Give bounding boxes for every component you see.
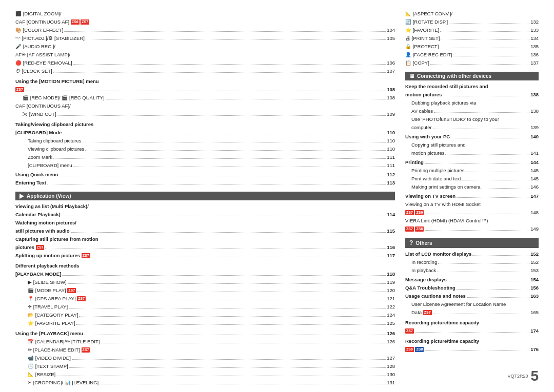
line-video-divide: 📹 [VIDEO DIVIDE] 127 xyxy=(15,355,395,362)
line-using-playback-menu: Using the [PLAYBACK] menu 126 xyxy=(15,330,395,337)
tag-zs7-data: ZS7 xyxy=(423,310,432,315)
line-user-license: User License Agreement for Location Name xyxy=(405,301,539,308)
line-text-stamp: 🕒 [TEXT STAMP] 128 xyxy=(15,363,395,370)
line-mode-play: 🎬 [MODE PLAY] ZS7 120 xyxy=(15,287,395,294)
line-continuous-af: CAF [CONTINUOUS AF] ZS6 ZS7 xyxy=(15,18,395,26)
line-wind-cut: 🌬 [WIND CUT] 109 xyxy=(15,111,395,118)
tag-zs6-148: ZS6 xyxy=(415,210,424,215)
others-section-header: ? Others xyxy=(405,238,539,248)
line-face-rec-edit: 👤 [FACE REC EDIT] 136 xyxy=(405,51,539,58)
line-printing: Printing 144 xyxy=(405,159,539,166)
line-copy: 📋 [COPY] 137 xyxy=(405,59,539,67)
line-message-displays: Message displays 154 xyxy=(405,276,539,283)
page-number: 5 xyxy=(530,368,539,384)
line-print-settings: Making print settings on camera 146 xyxy=(405,183,539,191)
line-pictures-zs7: pictures ZS7 116 xyxy=(15,244,395,251)
line-in-recording: In recording 152 xyxy=(405,259,539,266)
line-motion-pictures2: motion pictures 141 xyxy=(405,150,539,157)
line-av-cables: AV cables 138 xyxy=(405,108,539,115)
line-zs7-zs6-149: ZS7 ZS6 149 xyxy=(405,225,539,233)
tag-zs6: ZS6 xyxy=(71,19,80,25)
tag-zs7-149: ZS7 xyxy=(405,226,414,232)
line-cropping-leveling: ✂ [CROPPING]/ 📊 [LEVELING] 131 xyxy=(15,379,395,386)
app-view-section-header: Application (View) xyxy=(15,192,395,200)
line-photofunstudio: Use 'PHOTOfunSTUDIO' to copy to your xyxy=(405,116,539,123)
line-zoom-mark: Zoom Mark 111 xyxy=(15,154,395,161)
line-viera-link: VIERA Link (HDMI) (HDAVI Control™) xyxy=(405,217,539,224)
line-quick-menu: Using Quick menu 112 xyxy=(15,171,395,178)
tag-zs7: ZS7 xyxy=(81,19,89,25)
tag-zs7-place: ZS7 xyxy=(82,347,90,353)
line-recording-capacity2: ZS6 ZS8 176 xyxy=(405,346,539,353)
tag-zs7-148: ZS7 xyxy=(405,210,414,215)
motion-picture-header: Using the [MOTION PICTURE] menu xyxy=(15,78,395,85)
line-zs7-zs6-148: ZS7 ZS6 148 xyxy=(405,209,539,216)
left-column: ⬛ [DIGITAL ZOOM]/ CAF [CONTINUOUS AF] ZS… xyxy=(15,10,395,382)
line-print-set: 🖨 [PRINT SET] 134 xyxy=(405,35,539,42)
line-favorite: ⭐ [FAVORITE] 133 xyxy=(405,27,539,34)
line-aspect-conv: 📐 [ASPECT CONV.]/ xyxy=(405,10,539,17)
tag-zs7-121: ZS7 xyxy=(77,296,86,301)
clipboard-sub: [CLIPBOARD] Mode 110 xyxy=(15,129,395,136)
line-recording-capacity1: ZS7 174 xyxy=(405,327,539,335)
app-view-title: Application (View) xyxy=(27,193,71,199)
page-number-area: VQT2R20 5 xyxy=(507,368,539,384)
line-continuous-af2: CAF [CONTINUOUS AF]/ xyxy=(15,102,395,110)
line-in-playback: In playback 153 xyxy=(405,267,539,274)
line-different-playback: Different playback methods xyxy=(15,262,395,270)
line-using-pc: Using with your PC 140 xyxy=(405,133,539,140)
line-recording-capacity2-header: Recording picture/time capacity xyxy=(405,338,539,345)
tag-zs7-174: ZS7 xyxy=(405,328,414,334)
line-playback-mode: [PLAYBACK MODE] 118 xyxy=(15,271,395,278)
line-clipboard-menu: [CLIPBOARD] menu 111 xyxy=(15,162,395,169)
play-icon xyxy=(19,194,24,199)
connecting-title: Connecting with other devices xyxy=(417,73,491,79)
line-color-effect: 🎨 [COLOR EFFECT] 104 xyxy=(15,27,395,34)
line-gps-area: 📍 [GPS AREA PLAY] ZS7 121 xyxy=(15,295,395,302)
line-calendar-title-edit: 📅 [CALENDAR]/✏ [TITLE EDIT] 126 xyxy=(15,338,395,345)
line-dubbing-playback: Dubbing playback pictures via xyxy=(405,99,539,107)
line-capturing-still: Capturing still pictures from motion xyxy=(15,236,395,243)
monitor-icon: 🖥 xyxy=(409,73,414,79)
line-viewing-list: Viewing as list (Multi Playback)/ xyxy=(15,203,395,210)
tag-zs7-117: ZS7 xyxy=(82,253,90,258)
tag-zs7-116: ZS7 xyxy=(36,245,45,250)
line-copying-still: Copying still pictures and xyxy=(405,141,539,149)
line-calendar-playback: Calendar Playback) 114 xyxy=(15,211,395,218)
line-hdmi-socket: Viewing on a TV with HDMI Socket xyxy=(405,201,539,208)
line-still-audio: still pictures with audio 115 xyxy=(15,228,395,235)
line-clock-set: ⏱ [CLOCK SET] 107 xyxy=(15,68,395,75)
tag-zs7-bold: ZS7 xyxy=(15,87,24,92)
line-qa-troubleshooting: Q&A Troubleshooting 156 xyxy=(405,284,539,292)
question-icon: ? xyxy=(409,239,413,246)
tag-zs8-176: ZS8 xyxy=(415,347,424,352)
line-taking-clipboard: Taking clipboard pictures 110 xyxy=(15,137,395,145)
line-zs7-108: ZS7 108 xyxy=(15,86,395,93)
others-title: Others xyxy=(416,240,432,246)
vqt-label: VQT2R20 xyxy=(507,374,528,379)
line-category-play: 📂 [CATEGORY PLAY] 124 xyxy=(15,312,395,319)
tag-zs6-149: ZS6 xyxy=(415,226,424,232)
tag-zs7-120: ZS7 xyxy=(67,288,76,293)
line-favorite-play: ⭐ [FAVORITE PLAY] 125 xyxy=(15,320,395,327)
line-motion-pictures: motion pictures 138 xyxy=(405,91,539,98)
connecting-section-header: 🖥 Connecting with other devices xyxy=(405,72,539,80)
line-stabilizer: 〰 [PICT.ADJ.]/⚙ [STABILIZER] 105 xyxy=(15,35,395,42)
line-viewing-clipboard: Viewing clipboard pictures 110 xyxy=(15,146,395,153)
clipboard-header: Taking/viewing clipboard pictures xyxy=(15,121,395,128)
line-computer: computer 139 xyxy=(405,124,539,131)
line-lcd-monitor: List of LCD monitor displays 152 xyxy=(405,251,539,258)
line-rec-mode: 🎬 [REC MODE]/ 🎬 [REC QUALITY] 108 xyxy=(15,94,395,101)
line-splitting-motion: Splitting up motion pictures ZS7 117 xyxy=(15,252,395,259)
line-keep-recorded: Keep the recorded still pictures and xyxy=(405,83,539,90)
right-column: 📐 [ASPECT CONV.]/ 🔄 [ROTATE DISP.] 132 ⭐… xyxy=(405,10,539,382)
line-protect: 🔒 [PROTECT] 135 xyxy=(405,43,539,50)
line-resize: 📐 [RESIZE] 130 xyxy=(15,371,395,378)
line-rotate-disp: 🔄 [ROTATE DISP.] 132 xyxy=(405,18,539,26)
line-red-eye: 🔴 [RED-EYE REMOVAL] 106 xyxy=(15,59,395,67)
line-af-assist: AF✳ [AF ASSIST LAMP]/ xyxy=(15,51,395,58)
line-audio-rec: 🎤 [AUDIO REC.]/ xyxy=(15,43,395,50)
tag-zs6-176: ZS6 xyxy=(405,347,414,352)
line-print-date: Print with date and text 145 xyxy=(405,175,539,182)
line-viewing-tv: Viewing on TV screen 147 xyxy=(405,193,539,200)
